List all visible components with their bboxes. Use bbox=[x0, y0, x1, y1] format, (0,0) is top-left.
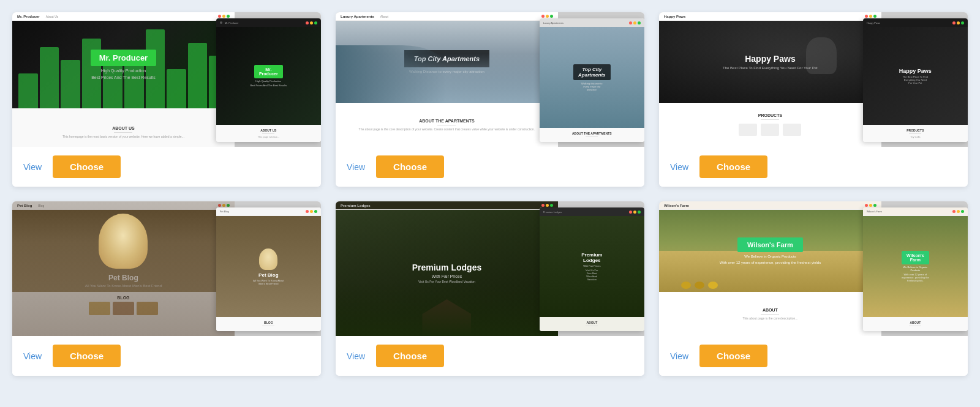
mobile-sub: All You Want To Know AboutMan's Best Fri… bbox=[253, 279, 284, 285]
nav-bar: Happy Paws bbox=[659, 12, 881, 21]
template-card-premium-lodges: Premium Lodges Premium Lodges With Fair … bbox=[336, 201, 644, 376]
mobile-section-title: ABOUT THE APARTMENTS bbox=[572, 132, 612, 135]
about-title: ABOUT bbox=[763, 308, 778, 312]
mobile-sub: The Best Place To FindEverything You Nee… bbox=[903, 75, 928, 84]
mobile-sub: Walking distance toevery major cityattra… bbox=[581, 82, 603, 91]
mobile-controls bbox=[306, 210, 317, 213]
main-content: Mr. Producer High Quality Production Bes… bbox=[12, 21, 235, 147]
card-footer: View Choose bbox=[336, 336, 644, 376]
hero-section: Wilson's Farm We Believe in Organic Prod… bbox=[659, 210, 881, 292]
min-dot bbox=[310, 21, 313, 24]
about-section: ABOUT THE APARTMENTS The about page is t… bbox=[336, 103, 558, 147]
about-title: ABOUT THE APARTMENTS bbox=[419, 119, 475, 123]
window-controls bbox=[541, 15, 553, 18]
mobile-section: PRODUCTS Toy Calls bbox=[863, 125, 968, 142]
about-section: ABOUT This about page is the core descri… bbox=[659, 292, 881, 336]
mobile-url: Happy Paws bbox=[867, 21, 880, 24]
desktop-preview: Premium Lodges Premium Lodges With Fair … bbox=[336, 201, 558, 336]
hero-section: Top City Apartments Walking Distance to … bbox=[336, 21, 558, 103]
view-button[interactable]: View bbox=[23, 351, 42, 361]
choose-button[interactable]: Choose bbox=[53, 345, 121, 367]
mobile-url: Wilson's Farm bbox=[867, 210, 882, 213]
mobile-section: BLOG bbox=[216, 317, 321, 331]
section-title: PRODUCTS bbox=[758, 113, 782, 118]
mobile-section: ABOUT THE APARTMENTS bbox=[540, 128, 644, 142]
mobile-preview: Luxury Apartments Top CityApartments Wal… bbox=[540, 18, 644, 142]
card-footer: View Choose bbox=[659, 336, 968, 376]
mobile-section: ABOUT bbox=[863, 317, 968, 331]
mobile-body: With over 12 years ofexperience, providi… bbox=[902, 273, 929, 282]
choose-button[interactable]: Choose bbox=[699, 345, 767, 367]
hay-bale bbox=[681, 282, 691, 289]
mobile-hero: Wilson'sFarm We Believe in OrganicProduc… bbox=[863, 216, 968, 317]
mobile-controls bbox=[629, 21, 641, 24]
about-text: This homepage is the most basic version … bbox=[62, 135, 184, 138]
desktop-preview: Happy Paws Happy Paws The Best Place To … bbox=[659, 12, 881, 147]
mobile-section: ABOUT bbox=[540, 317, 644, 331]
desktop-preview: Mr. Producer About Us bbox=[12, 12, 235, 147]
window-controls bbox=[865, 204, 876, 207]
mobile-inner: Luxury Apartments Top CityApartments Wal… bbox=[540, 18, 644, 142]
product-item bbox=[739, 124, 757, 136]
hero-bg: Top City Apartments Walking Distance to … bbox=[336, 21, 558, 103]
mobile-preview: Happy Paws Happy Paws The Best Place To … bbox=[863, 18, 968, 142]
template-card-happy-paws: Happy Paws Happy Paws The Best Place To … bbox=[659, 12, 968, 187]
view-button[interactable]: View bbox=[347, 162, 365, 172]
window-controls bbox=[218, 15, 230, 18]
hero-title: Wilson's Farm bbox=[737, 237, 803, 252]
mobile-title: Top CityApartments bbox=[573, 64, 610, 80]
choose-button[interactable]: Choose bbox=[699, 155, 767, 178]
template-preview-farm: Wilson's Farm bbox=[659, 201, 968, 336]
hero-section: Mr. Producer High Quality Production Bes… bbox=[12, 21, 235, 108]
mobile-preview: Wilson's Farm Wilson'sFarm We Believe in… bbox=[863, 207, 968, 331]
mobile-section-title: ABOUT bbox=[586, 321, 597, 324]
mobile-header: Premium Lodges bbox=[540, 207, 644, 216]
mobile-url: Pet Blog bbox=[220, 210, 229, 213]
products-section: PRODUCTS bbox=[659, 103, 881, 147]
view-button[interactable]: View bbox=[23, 162, 42, 172]
choose-button[interactable]: Choose bbox=[53, 155, 121, 178]
template-preview-mr-producer: Mr. Producer About Us bbox=[12, 12, 321, 147]
template-card-wilsons-farm: Wilson's Farm bbox=[659, 201, 968, 376]
main-content: Pet Blog All You Want To Know About Man'… bbox=[12, 210, 235, 336]
view-button[interactable]: View bbox=[670, 351, 688, 361]
mobile-body: Visit Us ForYour BestWoodlandVacation bbox=[586, 269, 598, 281]
hero-title: Mr. Producer bbox=[91, 50, 156, 66]
mobile-hero: Happy Paws The Best Place To FindEveryth… bbox=[863, 27, 968, 125]
hero-title: Happy Paws bbox=[745, 54, 795, 64]
template-preview-lodges: Premium Lodges Premium Lodges With Fair … bbox=[336, 201, 644, 336]
choose-button[interactable]: Choose bbox=[376, 345, 444, 367]
view-button[interactable]: View bbox=[347, 351, 365, 361]
card-footer: View Choose bbox=[336, 147, 644, 187]
desktop-preview: Luxury Apartments About Top bbox=[336, 12, 558, 147]
template-preview-luxury: Luxury Apartments About Top bbox=[336, 12, 644, 147]
choose-button[interactable]: Choose bbox=[376, 155, 444, 178]
close-dot bbox=[306, 21, 309, 24]
view-button[interactable]: View bbox=[670, 162, 688, 172]
mobile-url: Mr. Producer bbox=[225, 21, 239, 24]
max-dot bbox=[314, 21, 317, 24]
about-divider bbox=[114, 132, 132, 133]
mobile-hero: PremiumLodges With Fair Prices Visit Us … bbox=[540, 216, 644, 317]
product-grid bbox=[739, 124, 801, 136]
mobile-inner: Pet Blog Pet Blog All You Want To Know A… bbox=[216, 207, 321, 331]
min-dot bbox=[222, 15, 225, 18]
mobile-header: Wilson's Farm bbox=[863, 207, 968, 216]
desktop-preview: Wilson's Farm bbox=[659, 201, 881, 336]
mobile-preview: Premium Lodges PremiumLodges With Fair P… bbox=[540, 207, 644, 331]
window-controls bbox=[541, 204, 553, 207]
mobile-section-text: This page is basic... bbox=[258, 135, 279, 138]
mobile-title: Pet Blog bbox=[258, 272, 278, 278]
about-text: This about page is the core description.… bbox=[742, 316, 797, 320]
mobile-section-title: ABOUT US bbox=[260, 129, 276, 132]
mobile-header: Happy Paws bbox=[863, 18, 968, 27]
mobile-preview: Mr. Producer Mr.Producer High Quality Pr… bbox=[216, 18, 321, 142]
hero-sub: With Fair Prices bbox=[432, 274, 462, 278]
main-content: Happy Paws The Best Place To Find Everyt… bbox=[659, 21, 881, 147]
mobile-controls bbox=[952, 21, 964, 24]
mobile-controls bbox=[306, 21, 317, 24]
main-content: Top City Apartments Walking Distance to … bbox=[336, 21, 558, 147]
mobile-inner: Wilson's Farm Wilson'sFarm We Believe in… bbox=[863, 207, 968, 331]
nav-logo: Wilson's Farm bbox=[664, 204, 689, 207]
mobile-body: Best Prices And The Best Results bbox=[250, 84, 287, 87]
